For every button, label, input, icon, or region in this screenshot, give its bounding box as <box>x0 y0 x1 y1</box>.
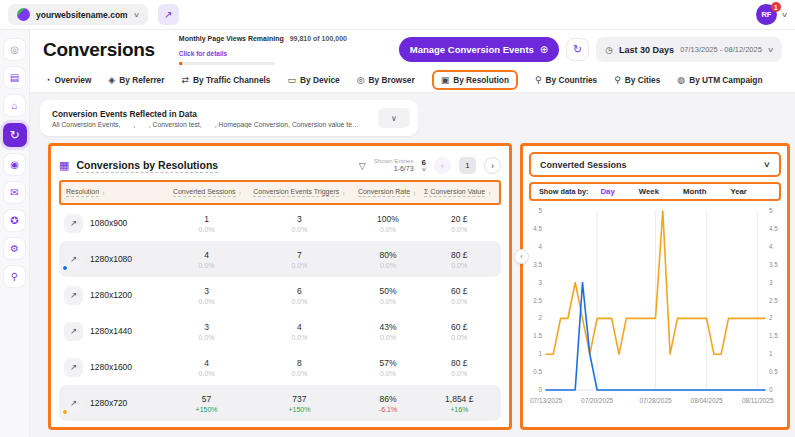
chevron-down-icon: ∨ <box>133 11 140 19</box>
svg-text:3.5: 3.5 <box>769 261 778 268</box>
period-year[interactable]: Year <box>730 187 746 196</box>
table-title: Conversions by Resolutions <box>76 159 218 173</box>
sidebar-item-store[interactable]: ⌂ <box>4 95 25 116</box>
tab-overview[interactable]: ◔Overview <box>45 75 91 85</box>
target-icon: ◎ <box>10 44 19 55</box>
clock-icon: ◷ <box>605 45 613 55</box>
column-conversion-value[interactable]: Σ Conversion Value↕ <box>421 188 494 197</box>
open-site-button[interactable]: ↗ <box>158 4 179 25</box>
svg-text:08/04/2025: 08/04/2025 <box>691 397 723 404</box>
table-row[interactable]: ↗1280x1600 40.0% 80.0% 57%0.0% 80 £0.0% <box>59 349 501 385</box>
page-views-widget: Monthly Page Views Remaining 99,810 of 1… <box>179 35 347 65</box>
table-row[interactable]: ↗1080x900 10.0% 30.0% 100%0.0% 20 £0.0% <box>59 205 501 241</box>
sidebar-item-feedback[interactable]: ✉ <box>4 182 25 203</box>
show-data-by-label: Show data by: <box>539 187 588 196</box>
svg-text:0: 0 <box>769 386 773 393</box>
tab-by-resolution[interactable]: ▣By Resolution <box>432 70 518 90</box>
table-row[interactable]: ↗1280x720 57+150% 737+150% 86%-6.1% 1,85… <box>59 385 501 421</box>
events-bar-subtitle: All Conversion Events, , , Conversion te… <box>52 121 362 128</box>
screen-expand-icon: ↗ <box>64 286 83 305</box>
referrer-icon: ◈ <box>108 75 115 85</box>
manage-conversion-events-button[interactable]: Manage Conversion Events ⊕ <box>399 37 559 62</box>
svg-text:2: 2 <box>769 314 773 321</box>
page-size-select[interactable]: 6∨ <box>422 159 426 173</box>
refresh-button[interactable]: ↻ <box>566 38 589 61</box>
avatar-initials: RF <box>761 10 771 19</box>
tab-by-cities[interactable]: ⚲By Cities <box>614 75 660 85</box>
sidebar-item-conversions[interactable]: ↻ <box>3 123 27 147</box>
screen-expand-icon: ↗ <box>64 322 83 341</box>
countries-icon: ⚲ <box>535 75 542 85</box>
svg-text:3.5: 3.5 <box>533 261 542 268</box>
column-resolution[interactable]: Resolution↕ <box>66 188 169 197</box>
tab-by-browser[interactable]: ◎By Browser <box>357 75 415 85</box>
chevron-down-icon[interactable]: ∨ <box>781 11 788 19</box>
site-favicon-icon <box>17 8 30 21</box>
chart-canvas: 000.50.5111.51.5222.52.5333.53.5444.54.5… <box>529 204 783 418</box>
tab-by-utm-campaign[interactable]: ◍By UTM Campaign <box>677 75 762 85</box>
svg-text:4: 4 <box>538 243 542 250</box>
metric-select[interactable]: Converted Sessions ∨ <box>529 152 781 177</box>
svg-text:4.5: 4.5 <box>769 225 778 232</box>
svg-text:07/13/2025: 07/13/2025 <box>530 397 562 404</box>
svg-text:4: 4 <box>769 243 773 250</box>
table-row[interactable]: ↗1280x1440 30.0% 40.0% 43%0.0% 60 £0.0% <box>59 313 501 349</box>
external-link-icon: ↗ <box>164 9 172 20</box>
sidebar-item-security[interactable]: ✪ <box>4 210 25 231</box>
sidebar-item-settings[interactable]: ⚙ <box>4 238 25 259</box>
events-bar-expand-button[interactable]: ∨ <box>378 108 410 128</box>
svg-text:2.5: 2.5 <box>533 297 542 304</box>
column-conversion-events-triggers[interactable]: Conversion Events Triggers↕ <box>246 188 353 197</box>
period-day[interactable]: Day <box>600 187 614 196</box>
sort-icon: ↕ <box>239 190 242 196</box>
prev-page-button[interactable]: ‹ <box>434 157 451 174</box>
svg-text:3: 3 <box>538 279 542 286</box>
app-sidebar: ◎ ▤ ⌂ ↻ ◉ ✉ ✪ ⚙ ⚲ <box>0 30 30 437</box>
table-body: ↗1080x900 10.0% 30.0% 100%0.0% 20 £0.0% … <box>59 205 501 421</box>
screen-expand-icon: ↗ <box>64 394 83 413</box>
period-month[interactable]: Month <box>683 187 706 196</box>
date-range-picker[interactable]: ◷ Last 30 Days 07/13/2025 - 08/12/2025 ∨ <box>596 37 782 62</box>
svg-text:2.5: 2.5 <box>769 297 778 304</box>
sort-icon: ↕ <box>488 190 491 196</box>
analytics-icon: ▤ <box>10 72 19 83</box>
svg-text:1.5: 1.5 <box>769 332 778 339</box>
chevron-left-icon: ‹ <box>441 161 444 171</box>
chat-icon: ✉ <box>10 187 18 198</box>
table-row[interactable]: ↗1280x1080 40.0% 70.0% 80%0.0% 80 £0.0% <box>59 241 501 277</box>
sessions-line-chart: 000.50.5111.51.5222.52.5333.53.5444.54.5… <box>529 204 781 422</box>
chevron-down-icon: ∨ <box>391 114 397 123</box>
svg-text:07/20/2025: 07/20/2025 <box>581 397 613 404</box>
filter-icon[interactable]: ▽ <box>359 161 366 171</box>
next-page-button[interactable]: › <box>484 157 501 174</box>
page-number-button[interactable]: 1 <box>459 157 476 174</box>
svg-text:07/28/2025: 07/28/2025 <box>640 397 672 404</box>
click-for-details-link[interactable]: Click for details <box>179 50 227 57</box>
column-converted-sessions[interactable]: Converted Sessions↕ <box>169 188 246 197</box>
svg-text:1: 1 <box>769 350 773 357</box>
tab-by-countries[interactable]: ⚲By Countries <box>535 75 597 85</box>
user-avatar[interactable]: RF 1 <box>756 4 777 25</box>
tab-by-traffic-channels[interactable]: ⇄By Traffic Channels <box>181 75 270 85</box>
tab-by-device[interactable]: ▭By Device <box>287 75 339 85</box>
collapse-panel-handle[interactable]: ‹ <box>514 249 529 264</box>
sidebar-item-audience[interactable]: ◉ <box>4 154 25 175</box>
table-header-row: Resolution↕ Converted Sessions↕ Conversi… <box>59 180 501 205</box>
tab-by-referrer[interactable]: ◈By Referrer <box>108 75 164 85</box>
table-row[interactable]: ↗1280x1200 30.0% 60.0% 50%0.0% 60 £0.0% <box>59 277 501 313</box>
show-data-by-toggle: Show data by: Day Week Month Year <box>529 182 781 201</box>
column-conversion-rate[interactable]: Conversion Rate↕ <box>353 188 421 197</box>
chart-panel: ‹ Converted Sessions ∨ Show data by: Day… <box>520 143 790 430</box>
sidebar-item-location[interactable]: ⚲ <box>4 266 25 287</box>
site-selector[interactable]: yourwebsitename.com ∨ <box>8 4 148 25</box>
period-week[interactable]: Week <box>639 187 659 196</box>
sidebar-item-analytics[interactable]: ▤ <box>4 67 25 88</box>
sort-icon: ↕ <box>413 190 416 196</box>
conversions-icon: ↻ <box>9 128 19 142</box>
utm-campaign-icon: ◍ <box>677 75 685 85</box>
browser-icon: ◎ <box>357 75 365 85</box>
audience-icon: ◉ <box>10 159 19 170</box>
sidebar-item-target[interactable]: ◎ <box>4 39 25 60</box>
svg-text:1: 1 <box>538 350 542 357</box>
shown-entries: Shown Entries 1-6/73 <box>374 157 414 174</box>
